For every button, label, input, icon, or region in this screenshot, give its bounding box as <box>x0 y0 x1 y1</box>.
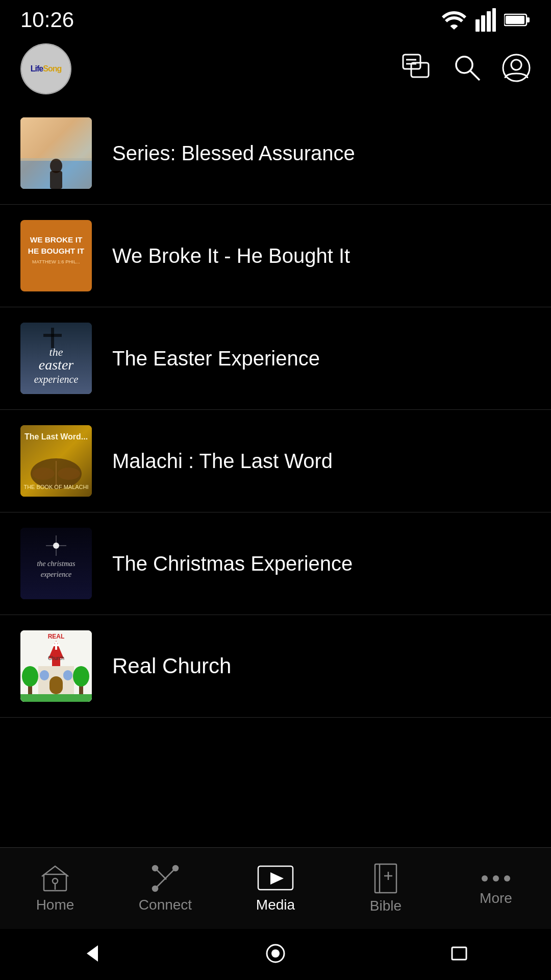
svg-rect-20 <box>26 225 87 286</box>
svg-rect-3 <box>492 8 496 32</box>
svg-rect-51 <box>63 670 72 680</box>
content-list: Series: Blessed Assurance WE BROKE IT HE… <box>0 102 551 718</box>
svg-point-35 <box>58 468 80 480</box>
svg-point-74 <box>493 875 499 881</box>
profile-icon[interactable] <box>502 54 531 84</box>
svg-point-13 <box>503 55 530 81</box>
item-thumbnail-broke: WE BROKE IT HE BOUGHT IT MATTHEW 1:6 PHI… <box>20 220 92 291</box>
item-thumbnail-christmas: the christmas experience <box>20 528 92 599</box>
svg-rect-28 <box>51 328 54 348</box>
item-title: Malachi : The Last Word <box>112 448 333 474</box>
svg-point-18 <box>50 159 62 173</box>
svg-rect-5 <box>527 17 530 22</box>
connect-icon <box>151 864 180 893</box>
nav-label-media: Media <box>256 897 295 913</box>
svg-point-14 <box>511 60 521 70</box>
nav-item-bible[interactable]: Bible <box>331 858 441 919</box>
svg-rect-19 <box>50 171 62 189</box>
svg-text:the christmas: the christmas <box>37 560 76 568</box>
back-button[interactable] <box>82 943 102 966</box>
svg-point-54 <box>22 666 38 687</box>
svg-text:HE BOUGHT IT: HE BOUGHT IT <box>28 247 85 255</box>
wifi-icon <box>441 10 467 30</box>
svg-point-73 <box>482 875 488 881</box>
svg-point-56 <box>73 666 89 687</box>
svg-point-75 <box>504 875 510 881</box>
item-thumbnail-blessed <box>20 117 92 189</box>
svg-text:MATTHEW 1:6 PHIL...: MATTHEW 1:6 PHIL... <box>32 259 80 264</box>
svg-rect-49 <box>49 676 63 694</box>
svg-text:REAL: REAL <box>48 633 65 640</box>
svg-rect-2 <box>487 11 491 32</box>
svg-rect-79 <box>452 947 466 960</box>
signal-icon <box>475 8 496 32</box>
svg-rect-52 <box>20 694 92 702</box>
svg-rect-29 <box>43 334 62 337</box>
nav-item-home[interactable]: Home <box>0 859 110 918</box>
item-title: The Christmas Experience <box>112 550 353 577</box>
svg-text:WE BROKE IT: WE BROKE IT <box>30 235 83 244</box>
item-thumbnail-easter: the easter experience <box>20 323 92 394</box>
item-title: The Easter Experience <box>112 345 320 372</box>
svg-point-11 <box>456 57 472 73</box>
nav-item-media[interactable]: Media <box>220 859 331 918</box>
bottom-nav: Home Connect Media Bible <box>0 847 551 929</box>
list-item[interactable]: Series: Blessed Assurance <box>0 102 551 205</box>
svg-marker-68 <box>270 872 284 885</box>
svg-line-12 <box>470 71 480 80</box>
svg-rect-48 <box>53 644 60 646</box>
battery-icon <box>504 12 531 28</box>
svg-point-66 <box>153 866 158 871</box>
svg-point-65 <box>153 886 158 891</box>
status-time: 10:26 <box>20 8 74 32</box>
svg-rect-50 <box>40 670 49 680</box>
recents-button[interactable] <box>449 943 469 966</box>
nav-label-home: Home <box>36 897 74 913</box>
nav-label-bible: Bible <box>370 898 402 914</box>
chat-icon[interactable] <box>402 54 433 84</box>
item-thumbnail-real-church: REAL Church <box>20 630 92 702</box>
list-item[interactable]: the easter experience The Easter Experie… <box>0 307 551 410</box>
item-title: Series: Blessed Assurance <box>112 140 355 166</box>
svg-point-60 <box>53 878 58 884</box>
svg-point-34 <box>32 468 55 480</box>
svg-text:easter: easter <box>39 357 74 373</box>
svg-rect-1 <box>481 15 485 32</box>
svg-text:Church: Church <box>48 655 64 661</box>
app-logo[interactable]: LifeSong <box>20 43 71 94</box>
item-thumbnail-malachi: The Last Word... THE BOOK OF MALACHI <box>20 425 92 497</box>
nav-label-connect: Connect <box>139 897 192 913</box>
home-button[interactable] <box>265 943 286 966</box>
media-icon <box>257 864 294 893</box>
svg-rect-6 <box>506 16 524 24</box>
svg-text:experience: experience <box>41 571 72 578</box>
list-item[interactable]: REAL Church Real Church <box>0 615 551 718</box>
svg-marker-76 <box>87 945 98 962</box>
svg-point-78 <box>271 949 280 958</box>
home-icon <box>41 864 69 893</box>
item-title: We Broke It - He Bought It <box>112 242 350 269</box>
svg-text:THE BOOK OF MALACHI: THE BOOK OF MALACHI <box>23 484 88 490</box>
item-title: Real Church <box>112 652 231 680</box>
system-nav <box>0 929 551 980</box>
svg-point-64 <box>173 866 178 871</box>
search-icon[interactable] <box>453 54 482 84</box>
svg-text:The Last Word...: The Last Word... <box>24 432 88 441</box>
more-icon <box>481 871 511 886</box>
list-item[interactable]: the christmas experience The Christmas E… <box>0 512 551 615</box>
nav-item-more[interactable]: More <box>441 866 551 912</box>
status-icons <box>441 8 531 32</box>
header-actions <box>402 54 531 84</box>
header: LifeSong <box>0 36 551 102</box>
svg-text:experience: experience <box>34 374 79 385</box>
svg-rect-17 <box>20 117 92 161</box>
list-item[interactable]: The Last Word... THE BOOK OF MALACHI Mal… <box>0 410 551 512</box>
bible-icon <box>373 863 398 894</box>
list-item[interactable]: WE BROKE IT HE BOUGHT IT MATTHEW 1:6 PHI… <box>0 205 551 307</box>
status-bar: 10:26 <box>0 0 551 36</box>
nav-label-more: More <box>480 890 512 906</box>
nav-item-connect[interactable]: Connect <box>110 859 220 918</box>
svg-rect-69 <box>375 864 396 893</box>
svg-rect-0 <box>475 19 480 32</box>
